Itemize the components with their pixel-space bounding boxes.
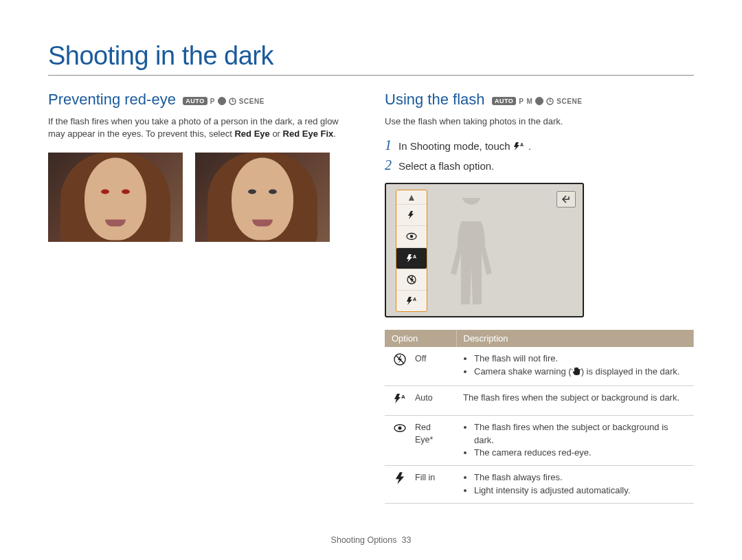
table-row: Red Eye* The flash fires when the subjec… xyxy=(385,415,694,466)
back-arrow-icon xyxy=(561,194,572,204)
flash-option-redeye[interactable] xyxy=(396,225,427,247)
photo-fixed xyxy=(195,153,330,242)
mode-badges-left: AUTO P SCENE xyxy=(183,97,264,105)
intro-bold-1: Red Eye xyxy=(234,128,269,139)
flash-auto-inline-icon: A xyxy=(513,142,526,151)
intro-text-right: Use the flash when taking photos in the … xyxy=(385,115,694,128)
right-column: Using the flash AUTO P M SCENE Use the f… xyxy=(385,91,694,504)
divider xyxy=(48,75,694,76)
flash-menu[interactable]: ▲ A A xyxy=(396,190,427,312)
mode-p-icon: P xyxy=(210,98,215,105)
step2-text: Select a flash option. xyxy=(398,160,494,172)
desc-bullet: The flash always fires. xyxy=(474,471,687,484)
svg-point-13 xyxy=(398,426,402,429)
flash-redeye-icon xyxy=(385,415,408,466)
desc-bullet: Camera shake warning () is displayed in … xyxy=(474,366,687,380)
page-title: Shooting in the dark xyxy=(48,41,694,71)
scroll-up-icon[interactable]: ▲ xyxy=(396,190,427,204)
mode-night-icon xyxy=(546,98,554,105)
option-desc: The flash fires when the subject or back… xyxy=(456,385,694,415)
flash-option-fill[interactable] xyxy=(396,204,427,225)
table-row: Fill in The flash always fires. Light in… xyxy=(385,466,694,504)
mode-scene-icon: SCENE xyxy=(556,98,582,105)
option-desc: The flash always fires. Light intensity … xyxy=(456,466,694,504)
option-desc: The flash fires when the subject or back… xyxy=(456,415,694,466)
mode-dual-icon xyxy=(535,97,543,105)
mode-badges-right: AUTO P M SCENE xyxy=(492,97,582,105)
mode-m-icon: M xyxy=(527,98,533,105)
section-heading-flash: Using the flash xyxy=(385,91,485,108)
mode-scene-icon: SCENE xyxy=(239,98,265,105)
footer-section: Shooting Options xyxy=(331,535,397,545)
desc-bullet: The camera reduces red-eye. xyxy=(474,447,687,460)
camera-screen: ▲ A A xyxy=(385,183,584,317)
option-desc: The flash will not fire. Camera shake wa… xyxy=(456,347,694,385)
svg-text:A: A xyxy=(520,142,524,147)
example-photos xyxy=(48,153,357,242)
th-option: Option xyxy=(385,330,456,347)
desc-bullet: The flash fires when the subject or back… xyxy=(474,421,687,447)
svg-text:A: A xyxy=(413,297,416,302)
shake-hand-icon xyxy=(572,366,581,380)
intro-end: . xyxy=(333,128,336,139)
option-name: Fill in xyxy=(408,466,456,504)
step1-text-b: . xyxy=(528,140,531,152)
th-description: Description xyxy=(456,330,694,347)
desc-bullet: The flash will not fire. xyxy=(474,352,687,366)
svg-text:A: A xyxy=(401,394,405,400)
flash-option-auto-selected[interactable]: A xyxy=(396,247,427,269)
flash-auto-icon: A xyxy=(385,385,408,415)
option-name: Off xyxy=(408,347,456,385)
page-footer: Shooting Options 33 xyxy=(0,535,742,545)
option-name: Auto xyxy=(408,385,456,415)
desc-bullet: Light intensity is adjusted automaticall… xyxy=(474,484,687,497)
footer-page-number: 33 xyxy=(401,535,411,545)
step-number: 2 xyxy=(385,157,392,173)
option-name: Red Eye* xyxy=(408,415,456,466)
mode-auto-icon: AUTO xyxy=(183,97,207,105)
section-heading-preventing: Preventing red-eye xyxy=(48,91,176,108)
step-1: 1 In Shooting mode, touch A . xyxy=(385,137,694,153)
step1-text-a: In Shooting mode, touch xyxy=(398,140,513,152)
mode-p-icon: P xyxy=(519,98,524,105)
photo-redeye xyxy=(48,153,183,242)
intro-bold-2: Red Eye Fix xyxy=(283,128,334,139)
flash-option-slow[interactable]: A xyxy=(396,290,427,311)
flash-option-off[interactable] xyxy=(396,269,427,290)
intro-text-left: If the flash fires when you take a photo… xyxy=(48,115,357,140)
mode-dual-icon xyxy=(218,97,226,105)
mode-night-icon xyxy=(229,98,236,105)
svg-point-4 xyxy=(410,235,413,238)
intro-or: or xyxy=(270,128,283,139)
step-2: 2 Select a flash option. xyxy=(385,157,694,173)
back-button[interactable] xyxy=(556,191,576,208)
table-row: Off The flash will not fire. Camera shak… xyxy=(385,347,694,385)
mode-auto-icon: AUTO xyxy=(492,97,516,105)
table-row: A Auto The flash fires when the subject … xyxy=(385,385,694,415)
subject-silhouette xyxy=(437,198,506,308)
left-column: Preventing red-eye AUTO P SCENE If the f… xyxy=(48,91,357,504)
svg-text:A: A xyxy=(413,254,416,259)
step-number: 1 xyxy=(385,137,392,153)
flash-off-icon xyxy=(385,347,408,385)
flash-fillin-icon xyxy=(385,466,408,504)
flash-options-table: Option Description Off The flash will no… xyxy=(385,330,694,504)
